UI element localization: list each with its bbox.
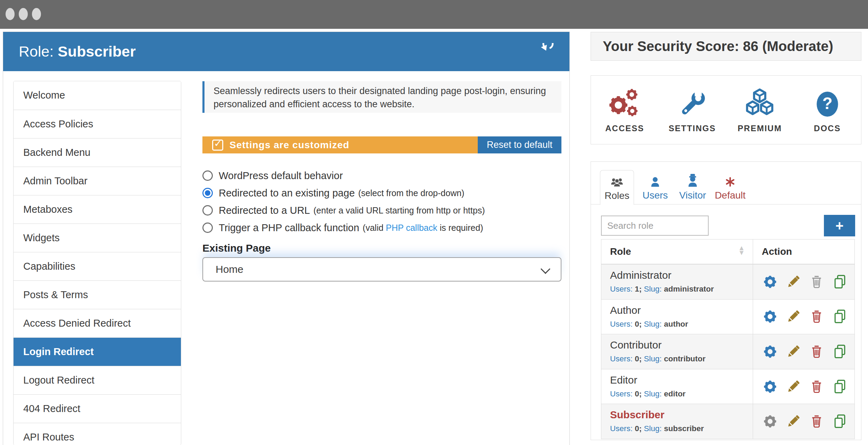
sidebar-item-access-denied-redirect[interactable]: Access Denied Redirect [14, 309, 181, 337]
existing-page-select[interactable]: Home [202, 257, 561, 282]
role-name: Editor [610, 374, 637, 386]
sidebar-item-capabilities[interactable]: Capabilities [14, 252, 181, 280]
option-note: (enter a valid URL starting from http or… [314, 205, 485, 216]
tab-roles[interactable]: Roles [600, 170, 634, 205]
quick-link-premium[interactable]: PREMIUM [726, 76, 794, 144]
sidebar-item-api-routes[interactable]: API Routes [14, 423, 181, 445]
cubes-icon [743, 87, 776, 121]
tab-label: Roles [604, 190, 629, 201]
sidebar-item-widgets[interactable]: Widgets [14, 224, 181, 252]
sidebar-item-login-redirect[interactable]: Login Redirect [14, 337, 181, 366]
undo-icon[interactable] [539, 43, 556, 60]
quick-link-label: DOCS [814, 124, 841, 133]
trash-icon[interactable] [809, 344, 825, 360]
trash-icon[interactable] [809, 274, 825, 290]
option-label: Redirected to a URL [219, 205, 310, 216]
php-callback-link[interactable]: PHP callback [386, 223, 437, 233]
radio-icon[interactable] [202, 170, 213, 181]
pencil-icon[interactable] [785, 309, 801, 325]
copy-icon[interactable] [832, 274, 848, 290]
customized-banner: Settings are customized Reset to default [202, 136, 561, 153]
search-input[interactable] [601, 216, 709, 236]
radio-selected-icon[interactable] [202, 188, 213, 198]
quick-links-box: ACCESS SETTINGS PREMIUM ?DOCS [591, 75, 861, 144]
redirect-option[interactable]: Redirected to an existing page(select fr… [202, 184, 561, 202]
tab-default[interactable]: Default [711, 175, 749, 201]
window-button[interactable] [19, 8, 28, 20]
redirect-option[interactable]: Trigger a PHP callback function(valid PH… [202, 219, 561, 236]
trash-icon[interactable] [809, 309, 825, 325]
svg-text:?: ? [822, 94, 832, 112]
table-row: ContributorUsers: 0; Slug: contributor [601, 334, 854, 369]
radio-icon[interactable] [202, 205, 213, 216]
row-actions [753, 300, 855, 334]
pencil-icon[interactable] [785, 344, 801, 360]
column-header-role: Role [610, 240, 631, 264]
sidebar-item-metaboxes[interactable]: Metaboxes [14, 195, 181, 224]
row-actions [753, 334, 855, 369]
role-name: Author [610, 304, 641, 316]
add-role-button[interactable]: + [824, 215, 855, 236]
gear-icon[interactable] [762, 274, 778, 290]
copy-icon[interactable] [832, 413, 848, 429]
sidebar-item-404-redirect[interactable]: 404 Redirect [14, 394, 181, 423]
option-label: Trigger a PHP callback function [219, 222, 359, 234]
trash-icon[interactable] [809, 413, 825, 429]
role-name: Subscriber [610, 409, 665, 421]
role-meta: Users: 0; Slug: editor [610, 389, 686, 398]
tab-visitor[interactable]: Visitor [674, 175, 712, 201]
pencil-icon[interactable] [785, 274, 801, 290]
sidebar-item-posts-terms[interactable]: Posts & Terms [14, 280, 181, 309]
security-score-text: Your Security Score: 86 (Moderate) [603, 32, 833, 60]
gear-icon[interactable] [762, 413, 778, 429]
window-button[interactable] [6, 8, 15, 20]
quick-link-access[interactable]: ACCESS [591, 76, 659, 144]
checked-checkbox-icon [212, 140, 223, 151]
redirect-option[interactable]: Redirected to a URL(enter a valid URL st… [202, 202, 561, 219]
plus-icon: + [835, 218, 843, 234]
pencil-icon[interactable] [785, 379, 801, 395]
copy-icon[interactable] [832, 344, 848, 360]
quick-link-settings[interactable]: SETTINGS [659, 76, 726, 144]
sidebar-item-backend-menu[interactable]: Backend Menu [14, 138, 181, 167]
feature-description: Seamlessly redirects users to their desi… [202, 81, 561, 113]
gear-icon[interactable] [762, 344, 778, 360]
table-row: AdministratorUsers: 1; Slug: administrat… [601, 264, 854, 299]
reset-to-default-button[interactable]: Reset to default [478, 136, 561, 153]
role-name: Subscriber [58, 43, 136, 60]
window-titlebar [0, 0, 868, 29]
sidebar-item-logout-redirect[interactable]: Logout Redirect [14, 366, 181, 394]
window-button[interactable] [32, 8, 41, 20]
sidebar-item-access-policies[interactable]: Access Policies [14, 110, 181, 138]
trash-icon[interactable] [809, 379, 825, 395]
option-note: (valid PHP callback is required) [363, 223, 483, 233]
chevron-down-icon [541, 264, 550, 274]
window-controls [6, 8, 41, 20]
role-meta: Users: 0; Slug: author [610, 320, 688, 329]
roles-table: Role ▲▼ Action AdministratorUsers: 1; Sl… [601, 239, 855, 439]
role-name: Administrator [610, 269, 671, 281]
security-score-box: Your Security Score: 86 (Moderate) [591, 32, 861, 61]
sidebar-item-welcome[interactable]: Welcome [14, 81, 181, 110]
quick-link-label: ACCESS [605, 124, 644, 133]
user-icon [650, 175, 660, 187]
gears-icon [604, 87, 645, 121]
sort-icon[interactable]: ▲▼ [740, 245, 744, 255]
visitor-icon [687, 175, 698, 187]
copy-icon[interactable] [832, 379, 848, 395]
quick-link-label: PREMIUM [738, 124, 782, 133]
copy-icon[interactable] [832, 309, 848, 325]
radio-icon[interactable] [202, 222, 213, 233]
row-actions [753, 404, 855, 439]
quick-link-docs[interactable]: ?DOCS [794, 76, 861, 144]
gear-icon[interactable] [762, 379, 778, 395]
redirect-option[interactable]: WordPress default behavior [202, 167, 561, 184]
sidebar-item-admin-toolbar[interactable]: Admin Toolbar [14, 167, 181, 195]
users-group-icon [609, 175, 625, 187]
pencil-icon[interactable] [785, 413, 801, 429]
role-prefix: Role: [19, 43, 58, 60]
asterisk-icon [725, 175, 735, 187]
tab-users[interactable]: Users [636, 175, 674, 201]
table-row: SubscriberUsers: 0; Slug: subscriber [601, 404, 854, 439]
gear-icon[interactable] [762, 309, 778, 325]
